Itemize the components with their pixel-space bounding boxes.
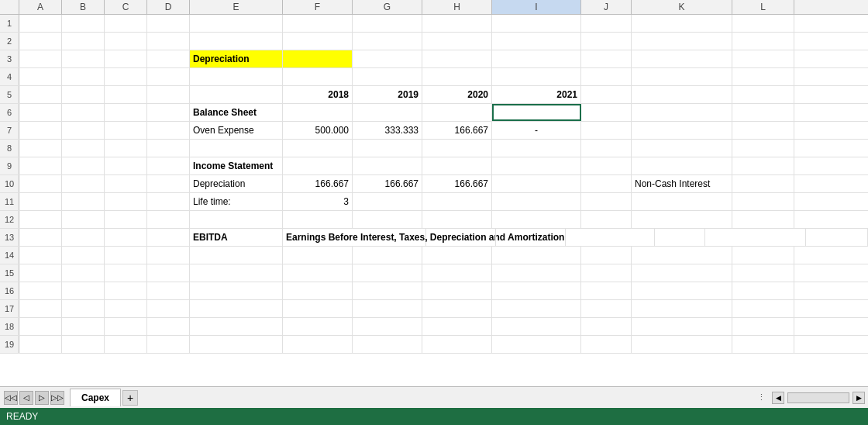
cell-c7[interactable]: [105, 122, 147, 139]
cell-j5[interactable]: [581, 86, 632, 103]
col-header-g[interactable]: G: [353, 0, 422, 14]
cell-c4[interactable]: [105, 68, 147, 85]
cell-i2[interactable]: [492, 33, 581, 50]
cell-h11[interactable]: [422, 193, 492, 210]
cell-i4[interactable]: [492, 68, 581, 85]
cell-f13[interactable]: Earnings Before Interest, Taxes, Depreci…: [283, 229, 426, 246]
cell-b4[interactable]: [62, 68, 105, 85]
cell-h7[interactable]: 166.667: [422, 122, 492, 139]
cell-d8[interactable]: [147, 140, 190, 157]
cell-b10[interactable]: [62, 175, 105, 192]
cell-d12[interactable]: [147, 211, 190, 228]
cell-k1[interactable]: [632, 15, 732, 32]
cell-j10[interactable]: [581, 175, 632, 192]
cell-g13[interactable]: [426, 229, 496, 246]
cell-l12[interactable]: [732, 211, 794, 228]
cell-i10[interactable]: [492, 175, 581, 192]
cell-f8[interactable]: [283, 140, 353, 157]
cell-e5[interactable]: [190, 86, 283, 103]
cell-g11[interactable]: [353, 193, 422, 210]
cell-e11[interactable]: Life time:: [190, 193, 283, 210]
sheet-tab-capex[interactable]: Capex: [70, 389, 121, 406]
cell-f11[interactable]: 3: [283, 193, 353, 210]
cell-b6[interactable]: [62, 104, 105, 121]
cell-k4[interactable]: [632, 68, 732, 85]
cell-l4[interactable]: [732, 68, 794, 85]
cell-b9[interactable]: [62, 157, 105, 174]
cell-j9[interactable]: [581, 157, 632, 174]
cell-b13[interactable]: [62, 229, 105, 246]
col-header-c[interactable]: C: [105, 0, 147, 14]
cell-a4[interactable]: [19, 68, 62, 85]
cell-h3[interactable]: [422, 50, 492, 67]
cell-g3[interactable]: [353, 50, 422, 67]
cell-a5[interactable]: [19, 86, 62, 103]
cell-i11[interactable]: [492, 193, 581, 210]
cell-l7[interactable]: [732, 122, 794, 139]
cell-k11[interactable]: [632, 193, 732, 210]
cell-l8[interactable]: [732, 140, 794, 157]
cell-f10[interactable]: 166.667: [283, 175, 353, 192]
cell-i13[interactable]: [566, 229, 655, 246]
cell-g7[interactable]: 333.333: [353, 122, 422, 139]
cell-k6[interactable]: [632, 104, 732, 121]
cell-d10[interactable]: [147, 175, 190, 192]
cell-l13[interactable]: [806, 229, 868, 246]
cell-a13[interactable]: [19, 229, 62, 246]
cell-d11[interactable]: [147, 193, 190, 210]
cell-j13[interactable]: [655, 229, 705, 246]
cell-c5[interactable]: [105, 86, 147, 103]
cell-c6[interactable]: [105, 104, 147, 121]
cell-h1[interactable]: [422, 15, 492, 32]
cell-b5[interactable]: [62, 86, 105, 103]
cell-i8[interactable]: [492, 140, 581, 157]
cell-i9[interactable]: [492, 157, 581, 174]
cell-i1[interactable]: [492, 15, 581, 32]
cell-j2[interactable]: [581, 33, 632, 50]
cell-f5[interactable]: 2018: [283, 86, 353, 103]
cell-c3[interactable]: [105, 50, 147, 67]
cell-g1[interactable]: [353, 15, 422, 32]
cell-k12[interactable]: [632, 211, 732, 228]
cell-a6[interactable]: [19, 104, 62, 121]
cell-f4[interactable]: [283, 68, 353, 85]
cell-e13[interactable]: EBITDA: [190, 229, 283, 246]
cell-i6[interactable]: [492, 104, 581, 121]
cell-g10[interactable]: 166.667: [353, 175, 422, 192]
cell-f1[interactable]: [283, 15, 353, 32]
cell-d7[interactable]: [147, 122, 190, 139]
cell-c2[interactable]: [105, 33, 147, 50]
cell-e2[interactable]: [190, 33, 283, 50]
cell-a3[interactable]: [19, 50, 62, 67]
tab-prev-button[interactable]: ◁: [19, 391, 33, 405]
cell-e8[interactable]: [190, 140, 283, 157]
cell-k2[interactable]: [632, 33, 732, 50]
cell-g4[interactable]: [353, 68, 422, 85]
cell-l2[interactable]: [732, 33, 794, 50]
cell-j1[interactable]: [581, 15, 632, 32]
cell-d4[interactable]: [147, 68, 190, 85]
cell-e9[interactable]: Income Statement: [190, 157, 283, 174]
cell-j7[interactable]: [581, 122, 632, 139]
cell-b12[interactable]: [62, 211, 105, 228]
cell-j8[interactable]: [581, 140, 632, 157]
cell-b2[interactable]: [62, 33, 105, 50]
cell-f3[interactable]: [283, 50, 353, 67]
cell-k10[interactable]: Non-Cash Interest: [632, 175, 732, 192]
scrollbar-right-button[interactable]: ▶: [852, 392, 865, 404]
cell-e3[interactable]: Depreciation: [190, 50, 283, 67]
cell-b11[interactable]: [62, 193, 105, 210]
cell-l5[interactable]: [732, 86, 794, 103]
col-header-e[interactable]: E: [190, 0, 283, 14]
cell-b1[interactable]: [62, 15, 105, 32]
cell-g6[interactable]: [353, 104, 422, 121]
scrollbar-left-button[interactable]: ◀: [772, 392, 784, 404]
cell-h4[interactable]: [422, 68, 492, 85]
cell-e4[interactable]: [190, 68, 283, 85]
cell-g5[interactable]: 2019: [353, 86, 422, 103]
cell-h5[interactable]: 2020: [422, 86, 492, 103]
cell-d13[interactable]: [147, 229, 190, 246]
cell-e7[interactable]: Oven Expense: [190, 122, 283, 139]
cell-f2[interactable]: [283, 33, 353, 50]
add-sheet-button[interactable]: +: [122, 390, 138, 406]
